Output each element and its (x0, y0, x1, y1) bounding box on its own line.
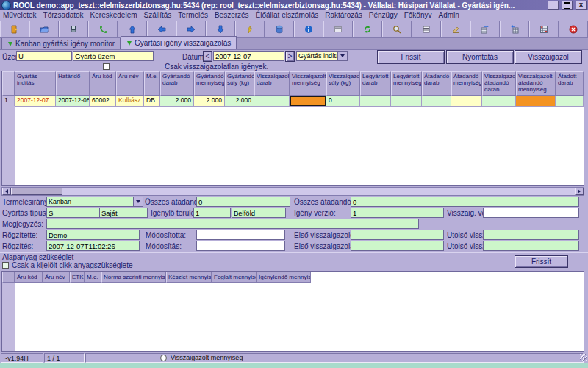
rogzitette-field[interactable] (46, 230, 140, 240)
table-cell[interactable]: 2007-12-07 (15, 96, 56, 106)
column-header[interactable]: Gyártás indítás (15, 71, 56, 96)
megjegyzes-field[interactable] (46, 219, 419, 229)
menu-eloallat-elszamolas[interactable]: Élőállat elszámolás (256, 11, 319, 20)
table-cell[interactable]: Kolbász (116, 96, 144, 106)
toolbar-refresh-button[interactable] (353, 21, 382, 37)
table-cell[interactable]: 2 000 (160, 96, 194, 106)
toolbar-edit-button[interactable] (235, 21, 265, 37)
gyartas-tipus-code-field[interactable] (46, 208, 100, 218)
column-header[interactable]: Áru kód (90, 71, 116, 96)
column-header[interactable]: Átadandó mennyiség (451, 71, 482, 96)
column-header[interactable]: Áru név (116, 71, 144, 96)
table-cell[interactable] (482, 96, 516, 106)
toolbar-fill-button[interactable] (441, 21, 470, 37)
gyartas-tipus-name-field[interactable] (99, 208, 148, 218)
uzem-code-input[interactable] (16, 51, 72, 61)
toolbar-database-button[interactable] (265, 21, 294, 37)
toolbar-exit-button[interactable] (0, 21, 29, 37)
termelesiranyitas-combobox[interactable]: Kanban (46, 197, 143, 207)
column-header[interactable]: Visszaigazolt darab (254, 71, 290, 96)
toolbar-search-button[interactable] (382, 21, 412, 37)
column-header[interactable]: ETK. (70, 272, 85, 283)
table-cell[interactable] (360, 96, 391, 106)
toolbar-table-remove-button[interactable] (529, 21, 559, 37)
orders-table[interactable]: Gyártás indítás Határidő Áru kód Áru név… (1, 71, 584, 186)
refresh-button[interactable]: Frissít (377, 50, 445, 64)
tab-kanban-monitor[interactable]: Kanban gyártási igény monitor (1, 38, 121, 49)
table-cell[interactable]: DB (144, 96, 160, 106)
column-header[interactable]: Visszaigazolt átadandó mennyiség (516, 71, 556, 96)
toolbar-info-button[interactable] (294, 21, 323, 37)
column-header[interactable]: Visszaigazolt mennyiség (290, 71, 326, 96)
column-header[interactable]: Határidő (56, 71, 90, 96)
modositas-field[interactable] (196, 241, 285, 251)
modositotta-field[interactable] (196, 230, 285, 240)
combo-arrow-button[interactable] (133, 197, 143, 206)
confirm-button[interactable]: Visszaigazol (514, 50, 582, 64)
table-cell[interactable] (391, 96, 422, 106)
scroll-right-button[interactable] (575, 188, 584, 195)
toolbar-call-button[interactable] (88, 21, 118, 37)
menu-torzsadatok[interactable]: Törzsadatok (43, 11, 84, 20)
column-header[interactable]: Igénylendő mennyiség (257, 272, 311, 283)
minimize-button[interactable]: _ (548, 1, 559, 10)
toolbar-window-button[interactable] (323, 21, 353, 37)
date-input[interactable] (213, 51, 284, 61)
alapanyag-refresh-button[interactable]: Frissít (514, 255, 568, 268)
column-header[interactable]: Foglalt mennyiség (212, 272, 257, 283)
toolbar-back-button[interactable] (147, 21, 176, 37)
table-cell[interactable] (451, 96, 482, 106)
osszes-atadando-darab-field[interactable] (196, 197, 290, 207)
column-header[interactable]: Legyártott darab (360, 71, 391, 96)
uzem-name-input[interactable] (73, 51, 154, 61)
mode-combobox[interactable]: Gyártás indítás (296, 51, 348, 61)
column-header[interactable]: Gyártandó súly (kg) (225, 71, 254, 96)
column-header[interactable]: Visszaigazolt átadandó darab (482, 71, 516, 96)
table-cell[interactable]: 0 (326, 96, 360, 106)
column-header[interactable]: Készlet mennyiség (166, 272, 212, 283)
table-cell[interactable] (516, 96, 556, 106)
close-button[interactable]: x (576, 1, 587, 10)
toolbar-grid-button[interactable] (412, 21, 441, 37)
toolbar-save-button[interactable] (59, 21, 88, 37)
row-number-cell[interactable]: 1 (2, 96, 15, 106)
igeny-verzio-field[interactable] (351, 208, 444, 218)
toolbar-down-button[interactable] (206, 21, 235, 37)
menu-beszerzes[interactable]: Beszerzés (215, 11, 249, 20)
combo-arrow-button[interactable] (337, 52, 347, 60)
elso-visszaigazolo-field[interactable] (351, 230, 444, 240)
selected-item-only-checkbox[interactable] (2, 262, 9, 269)
table-cell[interactable] (422, 96, 451, 106)
horizontal-scrollbar[interactable] (1, 187, 584, 196)
toolbar-up-button[interactable] (118, 21, 147, 37)
menu-admin[interactable]: Admin (439, 11, 459, 20)
restore-button[interactable] (562, 1, 573, 10)
toolbar-open-button[interactable] (29, 21, 59, 37)
column-header[interactable]: Legyártott mennyiség (391, 71, 422, 96)
table-cell[interactable] (584, 96, 584, 106)
utolso-visszaig2-field[interactable] (483, 241, 579, 251)
toolbar-table-append-button[interactable] (500, 21, 529, 37)
toolbar-table-import-button[interactable] (470, 21, 500, 37)
igenylo-terulet-code-field[interactable] (193, 208, 231, 218)
table-cell[interactable]: 2 000 (194, 96, 225, 106)
column-header[interactable]: Gyártandó mennyiség (194, 71, 225, 96)
date-next-button[interactable]: > (285, 51, 295, 62)
menu-raktarozas[interactable]: Raktározás (325, 11, 362, 20)
column-header[interactable]: Átadott darab (556, 71, 584, 96)
column-header[interactable]: Áru kód (15, 272, 43, 283)
menu-termeles[interactable]: Termelés (178, 11, 208, 20)
visszaig-verzio-field[interactable] (483, 208, 579, 218)
scrollbar-thumb[interactable] (11, 188, 62, 195)
column-header[interactable]: Átadott mennyiség (584, 71, 584, 96)
utolso-visszaig-field[interactable] (483, 230, 579, 240)
table-row[interactable]: 1 2007-12-07 2007-12-08 60002 Kolbász DB… (2, 96, 584, 107)
visszaigazolt-mennyiseg-radio[interactable] (160, 355, 167, 361)
menu-szallitas[interactable]: Szállítás (144, 11, 172, 20)
toolbar-cancel-button[interactable] (559, 21, 588, 37)
scroll-left-button[interactable] (2, 188, 11, 195)
column-header[interactable]: Norma szerinti mennyiség (101, 272, 166, 283)
tab-visszaigazolas[interactable]: Gyártási igény visszaigazolás (121, 36, 237, 49)
rogzites-field[interactable] (46, 241, 140, 251)
column-header[interactable]: Átadandó darab (422, 71, 451, 96)
